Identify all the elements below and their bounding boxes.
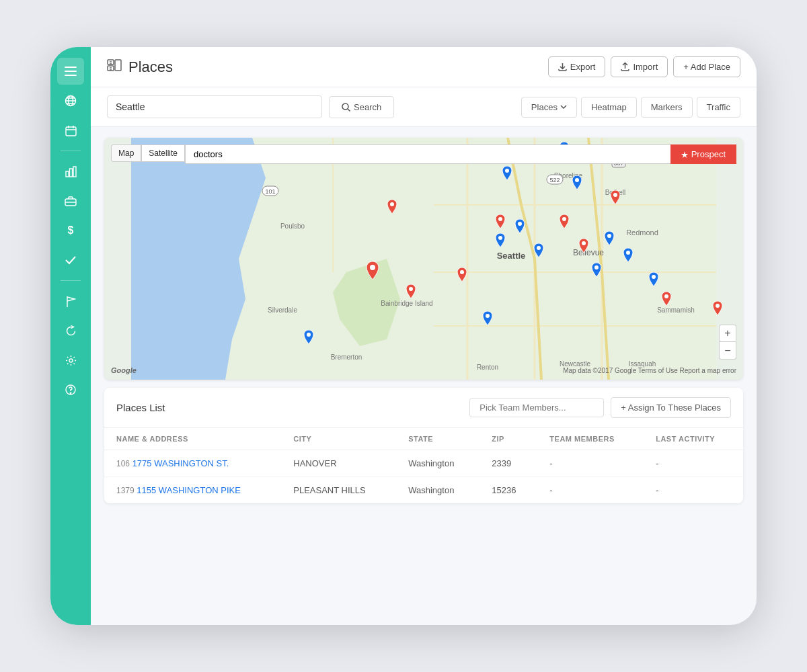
filter-traffic-button[interactable]: Traffic xyxy=(697,97,740,118)
svg-point-69 xyxy=(307,333,311,337)
map-pin-red xyxy=(364,261,381,286)
svg-point-79 xyxy=(613,193,617,197)
svg-text:101: 101 xyxy=(265,188,275,195)
map-pin-blue xyxy=(512,219,527,241)
sidebar-icon-chart[interactable] xyxy=(57,158,84,185)
export-icon xyxy=(558,62,567,71)
col-last-activity: LAST ACTIVITY xyxy=(644,428,743,450)
places-icon xyxy=(107,58,122,76)
place-link[interactable]: 1379 1155 WASHINGTON PIKE xyxy=(116,485,241,495)
map-pin-red xyxy=(385,200,399,221)
filter-places-button[interactable]: Places xyxy=(521,97,577,118)
import-icon xyxy=(621,62,629,71)
google-logo: Google xyxy=(111,366,137,374)
map-pin-red xyxy=(404,284,418,306)
sidebar-icon-briefcase[interactable] xyxy=(57,187,84,214)
svg-point-80 xyxy=(664,294,668,298)
map-pin-blue xyxy=(301,330,316,351)
map-tab-satellite[interactable]: Satellite xyxy=(141,144,185,162)
map-zoom-out[interactable]: − xyxy=(719,342,736,360)
svg-point-73 xyxy=(370,265,375,270)
svg-point-76 xyxy=(498,217,502,221)
svg-text:Redmond: Redmond xyxy=(626,228,658,237)
page-title: Places xyxy=(128,58,173,76)
sidebar-icon-help[interactable] xyxy=(57,376,84,403)
map-zoom-in[interactable]: + xyxy=(719,325,736,342)
import-button[interactable]: Import xyxy=(611,56,668,77)
places-list-actions: + Assign To These Places xyxy=(469,397,731,418)
sidebar-icon-settings[interactable] xyxy=(57,347,84,374)
map-search-bar: Prospect xyxy=(185,144,736,164)
place-city: HANOVER xyxy=(281,450,396,477)
map-pin-red xyxy=(659,292,674,313)
map-search-input[interactable] xyxy=(185,144,670,164)
place-team-members: - xyxy=(537,450,644,477)
search-button[interactable]: Search xyxy=(329,96,394,118)
filter-markers-button[interactable]: Markers xyxy=(641,97,693,118)
svg-point-66 xyxy=(626,251,630,255)
sidebar-icon-check[interactable] xyxy=(57,247,84,274)
places-list-header: Places List + Assign To These Places xyxy=(104,388,743,428)
add-place-button[interactable]: + Add Place xyxy=(673,56,740,77)
svg-point-70 xyxy=(486,314,490,318)
place-last-activity: - xyxy=(644,477,743,504)
svg-text:522: 522 xyxy=(549,177,560,183)
sidebar-icon-flag[interactable] xyxy=(57,288,84,314)
map-pin-blue xyxy=(500,166,514,187)
location-search-input[interactable] xyxy=(107,95,322,118)
prospect-button[interactable]: Prospect xyxy=(670,144,736,164)
sidebar-divider xyxy=(61,151,81,151)
map-pin-blue xyxy=(531,243,546,265)
svg-rect-23 xyxy=(115,60,121,71)
map-pin-blue xyxy=(570,175,584,197)
sidebar-icon-dollar[interactable]: $ xyxy=(57,217,84,244)
col-city: CITY xyxy=(281,428,396,450)
svg-marker-57 xyxy=(681,151,688,158)
map-background: Seattle Bellevue Redmond Bremerton Pouls… xyxy=(104,138,743,380)
svg-point-60 xyxy=(505,169,509,173)
svg-point-74 xyxy=(409,287,413,291)
filter-heatmap-button[interactable]: Heatmap xyxy=(581,97,637,118)
svg-rect-8 xyxy=(66,127,76,136)
place-zip: 2339 xyxy=(479,450,537,477)
table-header: NAME & ADDRESS CITY STATE ZIP TEAM MEMBE… xyxy=(104,428,743,450)
map-pin-red xyxy=(576,239,591,260)
map-pin-blue xyxy=(589,263,604,284)
sidebar-icon-calendar[interactable] xyxy=(57,117,84,144)
col-name-address: NAME & ADDRESS xyxy=(104,428,281,450)
col-zip: ZIP xyxy=(479,428,537,450)
col-state: STATE xyxy=(396,428,479,450)
place-link[interactable]: 106 1775 WASHINGTON ST. xyxy=(116,458,229,468)
svg-point-81 xyxy=(716,304,720,308)
svg-point-65 xyxy=(607,234,611,238)
svg-point-61 xyxy=(575,178,579,182)
assign-button[interactable]: + Assign To These Places xyxy=(611,397,731,418)
map-attribution: Map data ©2017 Google Terms of Use Repor… xyxy=(563,367,736,374)
team-picker-input[interactable] xyxy=(469,398,604,417)
svg-text:Poulsbo: Poulsbo xyxy=(280,222,305,230)
svg-point-20 xyxy=(70,392,71,394)
map-pin-blue xyxy=(493,233,508,255)
svg-text:Renton: Renton xyxy=(477,364,498,371)
map-pin-red xyxy=(608,190,623,212)
sidebar-icon-menu[interactable] xyxy=(57,58,84,85)
export-button[interactable]: Export xyxy=(548,56,606,77)
table-row: 1379 1155 WASHINGTON PIKE PLEASANT HILLS… xyxy=(104,477,743,504)
sidebar-icon-globe[interactable] xyxy=(57,87,84,114)
map-pin-red xyxy=(455,267,469,289)
svg-point-18 xyxy=(69,359,73,362)
svg-point-64 xyxy=(537,246,541,250)
main-content: Places Export Import xyxy=(91,47,757,625)
map-inner[interactable]: Seattle Bellevue Redmond Bremerton Pouls… xyxy=(104,138,743,380)
svg-line-29 xyxy=(348,109,350,112)
sidebar-icon-refresh[interactable] xyxy=(57,317,84,344)
header-left: Places xyxy=(107,58,173,76)
place-team-members: - xyxy=(537,477,644,504)
svg-rect-12 xyxy=(66,171,69,177)
svg-rect-14 xyxy=(73,167,76,177)
map-tab-map[interactable]: Map xyxy=(111,144,141,162)
map-pin-blue xyxy=(646,272,661,294)
place-name-address: 106 1775 WASHINGTON ST. xyxy=(104,450,281,477)
map-controls: Map Satellite ‹ xyxy=(111,144,196,162)
search-input-wrapper xyxy=(107,95,322,118)
